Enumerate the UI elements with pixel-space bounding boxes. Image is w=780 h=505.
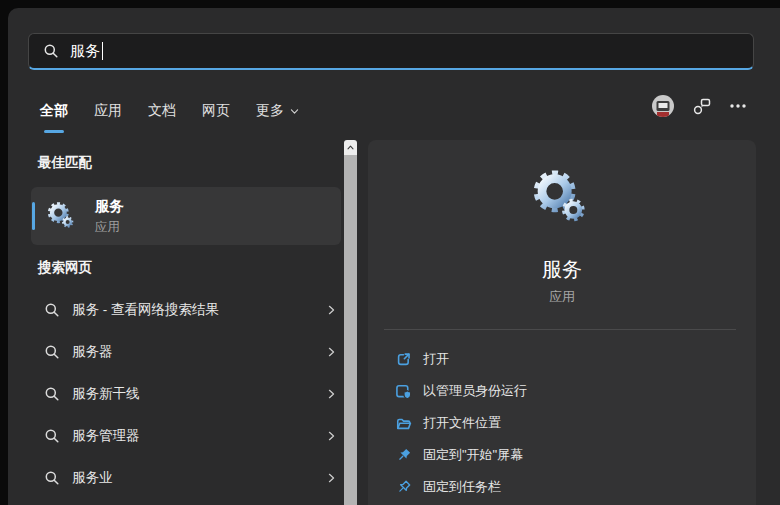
windows-search-flyout: 服务 全部 应用 文档 网页 更多 [8,8,780,505]
best-match-subtitle: 应用 [95,219,124,236]
action-open-file-location[interactable]: 打开文件位置 [368,407,756,439]
folder-icon [395,415,412,432]
action-label: 以管理员身份运行 [423,382,527,400]
action-label: 固定到任务栏 [423,478,501,496]
divider [384,329,736,330]
tab-web[interactable]: 网页 [202,102,230,124]
search-box[interactable]: 服务 [28,33,754,70]
chevron-right-icon[interactable] [325,304,338,317]
search-icon [44,386,60,402]
tab-label: 应用 [94,102,122,120]
app-detail-panel: 服务 应用 打开 以管理员身份运行 [368,140,756,505]
scroll-up-button[interactable] [344,140,357,155]
tab-more[interactable]: 更多 [256,102,300,124]
pin-outline-icon [395,479,412,496]
app-actions-list: 打开 以管理员身份运行 打开文件位置 [368,343,756,503]
tab-documents[interactable]: 文档 [148,102,176,124]
chevron-right-icon[interactable] [325,388,338,401]
text-caret [102,42,103,60]
best-match-header: 最佳匹配 [38,154,350,171]
app-title: 服务 [368,256,756,283]
web-suggestion-row[interactable]: 服务管理器 [24,416,350,456]
more-options-icon[interactable] [728,98,748,114]
best-match-title: 服务 [95,197,124,216]
search-icon [44,428,60,444]
chevron-up-icon [346,143,355,152]
chevron-down-icon [289,106,300,117]
suggestion-label: 服务新干线 [72,385,140,403]
scrollbar-thumb[interactable] [344,155,357,505]
suggestion-label: 服务业 [72,469,113,487]
search-web-header: 搜索网页 [38,259,350,276]
chevron-right-icon[interactable] [325,430,338,443]
web-suggestion-row[interactable]: 服务新干线 [24,374,350,414]
action-pin-to-start[interactable]: 固定到"开始"屏幕 [368,439,756,471]
tab-label: 网页 [202,102,230,120]
chevron-right-icon[interactable] [325,472,338,485]
tab-label: 文档 [148,102,176,120]
web-suggestions-list: 服务 - 查看网络搜索结果 服务器 服务新干线 服务管理器 服务业 [24,290,350,498]
action-label: 打开 [423,350,449,368]
suggestion-label: 服务器 [72,343,113,361]
web-suggestion-row[interactable]: 服务器 [24,332,350,372]
results-pane: 最佳匹配 服务 应用 搜索网页 服务 - 查看网络搜索结果 服务器 [24,140,350,500]
suggestion-label: 服务 - 查看网络搜索结果 [72,301,219,319]
search-icon [44,302,60,318]
user-avatar[interactable] [651,94,675,118]
tab-label: 更多 [256,102,284,120]
search-icon [44,470,60,486]
web-suggestion-row[interactable]: 服务业 [24,458,350,498]
action-run-as-admin[interactable]: 以管理员身份运行 [368,375,756,407]
action-open[interactable]: 打开 [368,343,756,375]
services-gears-icon-large [528,166,592,230]
action-label: 打开文件位置 [423,414,501,432]
results-scrollbar[interactable] [344,140,357,505]
best-match-item[interactable]: 服务 应用 [31,187,341,245]
action-pin-to-taskbar[interactable]: 固定到任务栏 [368,471,756,503]
run-as-admin-icon [395,383,412,400]
search-icon [43,43,59,59]
open-icon [395,351,412,368]
app-subtitle: 应用 [368,288,756,306]
web-suggestion-row[interactable]: 服务 - 查看网络搜索结果 [24,290,350,330]
person-chat-icon[interactable] [691,96,712,117]
chevron-right-icon[interactable] [325,346,338,359]
search-icon [44,344,60,360]
tab-apps[interactable]: 应用 [94,102,122,124]
services-gears-icon [45,200,77,232]
pin-filled-icon [395,447,412,464]
action-label: 固定到"开始"屏幕 [423,446,523,464]
tab-label: 全部 [40,102,68,120]
selection-accent-bar [32,202,35,230]
suggestion-label: 服务管理器 [72,427,140,445]
tab-all[interactable]: 全部 [40,102,68,124]
search-input-value[interactable]: 服务 [70,42,100,61]
